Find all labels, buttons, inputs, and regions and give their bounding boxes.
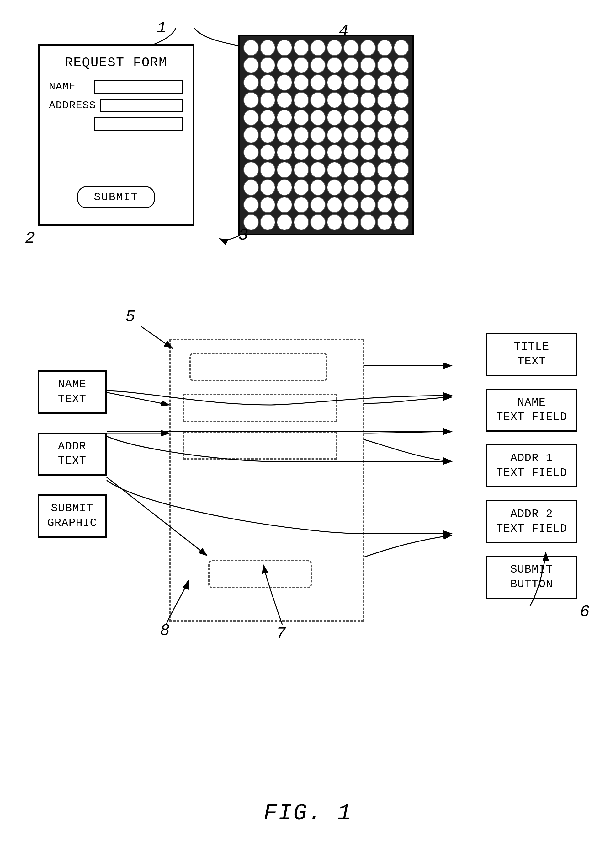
bubble xyxy=(394,214,409,231)
bubble xyxy=(243,197,259,213)
bubble xyxy=(327,57,342,73)
bubble xyxy=(343,74,359,91)
bubble xyxy=(343,127,359,143)
bubble xyxy=(277,74,292,91)
bubble xyxy=(327,110,342,126)
bubble xyxy=(277,57,292,73)
address-label: ADDRESS xyxy=(49,100,96,112)
bubble xyxy=(327,179,342,195)
bubble xyxy=(343,179,359,195)
name-label: NAME xyxy=(49,81,90,93)
bubble xyxy=(310,92,326,108)
bubble xyxy=(260,57,276,73)
bubble xyxy=(310,214,326,231)
bubble xyxy=(260,144,276,161)
address-field-row: ADDRESS xyxy=(49,98,183,112)
bubble xyxy=(327,144,342,161)
bubble xyxy=(310,40,326,56)
bubble xyxy=(343,92,359,108)
bubble xyxy=(377,162,392,178)
bubble-panel xyxy=(238,35,414,235)
bubble xyxy=(310,144,326,161)
request-form: REQUEST FORM NAME ADDRESS SUBMIT xyxy=(38,44,195,226)
bubble xyxy=(360,92,375,108)
bubble xyxy=(310,74,326,91)
bubble xyxy=(343,110,359,126)
bubble xyxy=(343,162,359,178)
bubble xyxy=(293,214,309,231)
bubble xyxy=(243,40,259,56)
bubble xyxy=(394,92,409,108)
top-section: 1 REQUEST FORM NAME ADDRESS SU xyxy=(19,19,596,264)
bubble xyxy=(260,127,276,143)
bubble xyxy=(360,40,375,56)
bubble xyxy=(310,57,326,73)
bubble xyxy=(243,57,259,73)
bubble xyxy=(360,127,375,143)
bubble xyxy=(277,214,292,231)
bubble xyxy=(293,197,309,213)
label-4: 4 xyxy=(339,22,349,41)
bubble xyxy=(243,74,259,91)
bubble xyxy=(360,197,375,213)
bubble xyxy=(327,214,342,231)
bubble xyxy=(310,162,326,178)
fig-caption: FIG. 1 xyxy=(0,801,616,826)
bubble xyxy=(360,144,375,161)
bubble xyxy=(343,57,359,73)
bubble xyxy=(293,57,309,73)
bubble xyxy=(377,57,392,73)
bubble xyxy=(293,179,309,195)
bubble xyxy=(360,110,375,126)
bubble xyxy=(293,40,309,56)
address-input-2[interactable] xyxy=(94,118,183,131)
bubble xyxy=(277,92,292,108)
bubble xyxy=(310,179,326,195)
bubble xyxy=(327,197,342,213)
submit-button-top[interactable]: SUBMIT xyxy=(77,186,155,209)
bubble xyxy=(394,162,409,178)
bubble xyxy=(360,214,375,231)
bubble xyxy=(293,92,309,108)
bubble xyxy=(277,162,292,178)
bubble xyxy=(394,40,409,56)
bubble xyxy=(394,179,409,195)
bubble xyxy=(277,197,292,213)
bubble xyxy=(343,144,359,161)
bubble xyxy=(260,162,276,178)
bubble xyxy=(394,197,409,213)
bubble xyxy=(243,179,259,195)
bubble xyxy=(260,214,276,231)
bubble xyxy=(260,74,276,91)
bubble xyxy=(377,179,392,195)
bubble xyxy=(260,40,276,56)
bottom-connectors-svg xyxy=(19,308,596,779)
bubble xyxy=(377,144,392,161)
label-3: 3 xyxy=(238,226,248,244)
address-input-1[interactable] xyxy=(100,98,183,112)
bubble xyxy=(343,214,359,231)
bubble xyxy=(360,74,375,91)
name-field-row: NAME xyxy=(49,80,183,94)
bubble xyxy=(277,127,292,143)
bubble xyxy=(377,40,392,56)
svg-line-2 xyxy=(107,392,169,405)
bubble xyxy=(343,40,359,56)
bubble xyxy=(377,110,392,126)
bubble xyxy=(394,110,409,126)
bubble xyxy=(277,40,292,56)
bubble xyxy=(327,162,342,178)
bubble xyxy=(377,92,392,108)
bubble xyxy=(293,110,309,126)
form-title: REQUEST FORM xyxy=(40,55,192,70)
bubble xyxy=(394,74,409,91)
bubble xyxy=(260,110,276,126)
bubble xyxy=(360,179,375,195)
bubble xyxy=(310,110,326,126)
bubble xyxy=(394,144,409,161)
label-2: 2 xyxy=(25,229,35,248)
bubble xyxy=(377,214,392,231)
bottom-section: 5 NAME TEXT ADDR TEXT SUBMIT GRAPHIC TIT… xyxy=(19,308,596,797)
bubble xyxy=(377,127,392,143)
name-input[interactable] xyxy=(94,80,183,94)
